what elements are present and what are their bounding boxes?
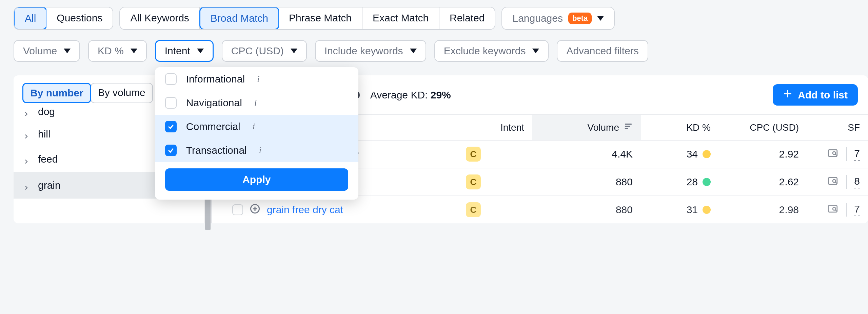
filter-include-keywords[interactable]: Include keywords [315, 40, 426, 62]
option-label: Commercial [186, 121, 240, 132]
filter-volume-label: Volume [23, 45, 57, 57]
cell-kd: 28 [641, 176, 719, 188]
row-checkbox[interactable] [232, 204, 243, 215]
col-kd[interactable]: KD % [641, 115, 719, 140]
info-icon[interactable]: i [259, 145, 261, 155]
tab-all-keywords[interactable]: All Keywords [120, 7, 200, 29]
top-tabs-row: All Questions All Keywords Broad Match P… [14, 7, 868, 30]
tab-broad-match[interactable]: Broad Match [199, 7, 279, 30]
tab-related[interactable]: Related [439, 7, 495, 29]
chevron-down-icon [64, 49, 71, 53]
add-keyword-icon[interactable] [250, 204, 260, 216]
tab-exact-match[interactable]: Exact Match [362, 7, 439, 29]
add-to-list-button[interactable]: Add to list [773, 84, 858, 106]
group-name: feed [38, 153, 174, 165]
filter-cpc-label: CPC (USD) [231, 45, 284, 57]
chevron-right-icon [23, 131, 29, 137]
intent-badge: C [466, 202, 481, 217]
option-label: Informational [186, 73, 245, 85]
option-label: Transactional [186, 145, 247, 156]
sort-by-volume-tab[interactable]: By volume [91, 83, 153, 103]
cell-sf: 7 [807, 203, 868, 217]
col-sf[interactable]: SF [807, 115, 868, 140]
intent-option-navigational[interactable]: Navigational i [155, 91, 358, 115]
avg-kd-label: Average KD: [370, 89, 431, 100]
svg-line-17 [835, 209, 836, 211]
checkbox-icon[interactable] [165, 73, 177, 85]
sf-count[interactable]: 8 [854, 176, 860, 188]
average-kd: Average KD: 29% [370, 89, 451, 101]
chevron-down-icon [197, 49, 204, 53]
sf-count[interactable]: 7 [854, 203, 860, 216]
info-icon[interactable]: i [257, 74, 259, 84]
col-volume[interactable]: Volume [532, 115, 641, 140]
cell-kd: 31 [641, 204, 719, 216]
intent-option-informational[interactable]: Informational i [155, 67, 358, 91]
divider [846, 203, 847, 217]
sort-by-number-tab[interactable]: By number [22, 83, 91, 103]
tab-questions[interactable]: Questions [46, 7, 113, 29]
serp-features-icon[interactable] [827, 203, 839, 217]
cell-kd: 34 [641, 148, 719, 160]
kd-difficulty-dot [703, 206, 711, 214]
kd-difficulty-dot [703, 150, 711, 158]
chevron-down-icon [532, 49, 539, 53]
avg-kd-value: 29% [431, 89, 451, 100]
filter-kd[interactable]: KD % [88, 40, 147, 62]
beta-badge: beta [568, 13, 592, 24]
languages-label: Languages [512, 13, 563, 24]
group-name: dog [38, 106, 174, 117]
cell-sf: 8 [807, 175, 868, 189]
filter-cpc[interactable]: CPC (USD) [222, 40, 307, 62]
svg-line-11 [835, 182, 836, 183]
col-intent[interactable]: Intent [458, 115, 532, 140]
svg-line-8 [835, 154, 836, 155]
divider [846, 147, 847, 161]
divider [846, 175, 847, 189]
sf-count[interactable]: 7 [854, 148, 860, 161]
filter-advanced-label: Advanced filters [566, 45, 638, 57]
serp-features-icon[interactable] [827, 147, 839, 161]
intent-badge: C [466, 174, 481, 189]
serp-features-icon[interactable] [827, 175, 839, 189]
sort-desc-icon [624, 122, 633, 133]
chevron-down-icon [597, 16, 604, 21]
chevron-down-icon [131, 49, 137, 53]
chevron-down-icon [410, 49, 417, 53]
group-name: hill [38, 128, 174, 140]
keyword-link[interactable]: grain free dry cat [267, 204, 343, 216]
languages-dropdown[interactable]: Languages beta [501, 7, 615, 30]
filter-intent[interactable]: Intent [155, 40, 214, 62]
filter-exclude-label: Exclude keywords [444, 45, 526, 57]
intent-option-transactional[interactable]: Transactional i [155, 138, 358, 162]
info-icon[interactable]: i [253, 122, 255, 132]
add-to-list-label: Add to list [798, 89, 848, 101]
tab-phrase-match[interactable]: Phrase Match [279, 7, 362, 29]
checkbox-icon[interactable] [165, 97, 177, 109]
intent-badge: C [466, 147, 481, 162]
filter-include-label: Include keywords [324, 45, 403, 57]
kd-difficulty-dot [703, 178, 711, 186]
cell-sf: 7 [807, 147, 868, 161]
filter-exclude-keywords[interactable]: Exclude keywords [434, 40, 549, 62]
filter-advanced[interactable]: Advanced filters [557, 40, 648, 62]
info-icon[interactable]: i [254, 98, 257, 108]
cell-volume: 880 [532, 176, 641, 188]
results-panel: By number By volume dog 5,285 hill 5,099 [14, 75, 868, 223]
option-label: Navigational [186, 97, 242, 109]
table-row: grain free dry cat C 880 31 2.98 7 [212, 196, 868, 223]
filter-intent-label: Intent [165, 45, 190, 57]
col-cpc[interactable]: CPC (USD) [719, 115, 807, 140]
cell-volume: 880 [532, 204, 641, 216]
chevron-right-icon [23, 109, 29, 115]
checkbox-checked-icon[interactable] [165, 121, 177, 132]
tab-all[interactable]: All [14, 7, 47, 30]
filter-kd-label: KD % [98, 45, 124, 57]
filter-volume[interactable]: Volume [14, 40, 80, 62]
intent-dropdown: Informational i Navigational i Commercia… [155, 67, 358, 200]
apply-button[interactable]: Apply [165, 168, 348, 191]
chevron-down-icon [291, 49, 297, 53]
cell-cpc: 2.62 [719, 176, 807, 188]
checkbox-checked-icon[interactable] [165, 145, 177, 156]
intent-option-commercial[interactable]: Commercial i [155, 115, 358, 138]
